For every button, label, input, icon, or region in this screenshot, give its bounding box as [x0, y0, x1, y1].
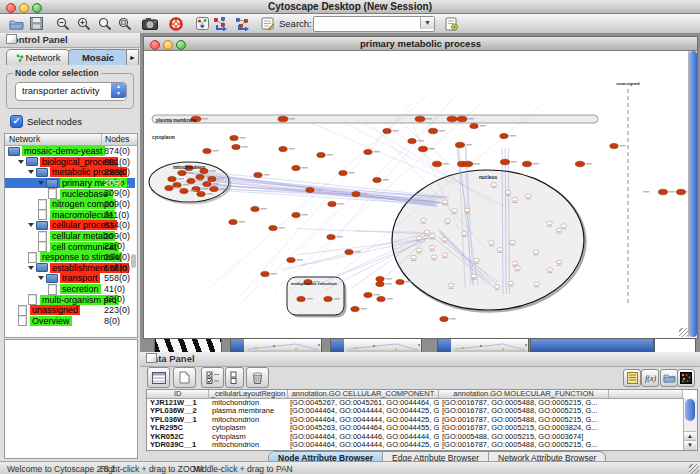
graph-node[interactable] — [522, 161, 531, 167]
help-icon[interactable] — [167, 15, 185, 32]
delete-attribute-icon[interactable] — [246, 367, 269, 388]
graph-node[interactable] — [556, 260, 562, 264]
graph-node[interactable] — [457, 116, 467, 122]
graph-node[interactable] — [448, 283, 454, 287]
graph-node[interactable] — [561, 224, 567, 228]
tree-row[interactable]: nucleobase-209(0) — [5, 188, 135, 199]
expand-arrow-icon[interactable] — [38, 276, 44, 280]
graph-node[interactable] — [512, 261, 518, 265]
tree-row[interactable]: multi-organism pro42(0) — [5, 294, 135, 305]
graph-node[interactable] — [352, 191, 360, 196]
graph-node[interactable] — [676, 189, 685, 195]
table-row[interactable]: YDR039C__1mitochondrion[GO:0044464, GO:0… — [147, 441, 683, 449]
list-icon[interactable] — [623, 369, 641, 387]
column-header[interactable] — [609, 390, 683, 398]
graph-node[interactable] — [512, 197, 518, 201]
tree-row[interactable]: transport558(0) — [5, 273, 135, 284]
graph-node[interactable] — [327, 234, 335, 239]
search-options-icon[interactable] — [443, 15, 461, 32]
graph-node[interactable] — [278, 116, 288, 122]
graph-node[interactable] — [452, 209, 458, 213]
graph-node[interactable] — [287, 257, 295, 262]
scrollbar-thumb[interactable] — [689, 51, 697, 337]
graph-node[interactable] — [430, 234, 436, 238]
graph-node[interactable] — [376, 276, 384, 281]
graph-node[interactable] — [173, 182, 181, 187]
graph-node[interactable] — [364, 292, 372, 297]
graph-node[interactable] — [376, 281, 384, 286]
open-icon[interactable] — [7, 15, 25, 32]
graph-node[interactable] — [461, 231, 467, 235]
graph-node[interactable] — [431, 255, 437, 259]
tab-overflow-arrow-icon[interactable]: ► — [126, 49, 139, 65]
graph-node[interactable] — [208, 176, 216, 181]
scroll-down-icon[interactable]: ▼ — [684, 440, 696, 450]
tree-row[interactable]: mosaic-demo-yeast874(0) — [5, 146, 135, 157]
graph-node[interactable] — [210, 186, 218, 191]
tree-row[interactable]: macromolecule311(0) — [5, 210, 135, 221]
tree-row[interactable]: Overview8(0) — [5, 316, 135, 327]
tree-row[interactable]: nitrogen compo209(0) — [5, 199, 135, 210]
search-field[interactable] — [316, 17, 420, 31]
graph-node[interactable] — [418, 146, 427, 152]
graph-node[interactable] — [428, 128, 437, 134]
graph-node[interactable] — [440, 316, 448, 321]
expand-arrow-icon[interactable] — [18, 160, 24, 164]
tree-row[interactable]: response to stimulu264(0) — [5, 252, 135, 263]
graph-node[interactable] — [411, 255, 417, 259]
graph-node[interactable] — [396, 279, 404, 284]
graph-node[interactable] — [494, 285, 500, 289]
table-row[interactable]: YPL036W__1mitochondrion[GO:0044464, GO:0… — [147, 416, 683, 424]
frame-resize-grip[interactable] — [679, 328, 688, 337]
graph-node[interactable] — [383, 128, 391, 133]
expand-arrow-icon[interactable] — [28, 170, 34, 174]
graph-node[interactable] — [178, 170, 186, 175]
layout-icon[interactable] — [212, 15, 230, 32]
select-nodes-checkbox[interactable]: ✓ — [10, 115, 23, 128]
graph-node[interactable] — [474, 258, 480, 262]
graph-node[interactable] — [317, 152, 325, 157]
search-input[interactable]: ▼ — [313, 16, 435, 32]
float-panel-icon[interactable] — [146, 353, 157, 363]
graph-node[interactable] — [230, 135, 238, 140]
graph-node[interactable] — [168, 176, 176, 181]
graph-node[interactable] — [508, 281, 514, 285]
float-panel-icon[interactable] — [6, 34, 17, 44]
graph-node[interactable] — [455, 142, 464, 148]
graph-node[interactable] — [180, 188, 188, 193]
tab-mosaic[interactable]: Mosaic — [68, 49, 128, 65]
graph-node[interactable] — [442, 253, 448, 257]
zoom-selected-icon[interactable] — [96, 15, 114, 32]
vizmapper-icon[interactable] — [193, 15, 211, 32]
graph-node[interactable] — [203, 181, 211, 186]
graph-node[interactable] — [442, 237, 448, 241]
background-window[interactable] — [530, 338, 654, 352]
graph-node[interactable] — [464, 208, 470, 212]
graph-node[interactable] — [429, 246, 435, 250]
tree-row[interactable]: establishment of lo558(0) — [5, 263, 135, 274]
expand-arrow-icon[interactable] — [28, 266, 34, 270]
graph-node[interactable] — [509, 240, 515, 244]
graph-node[interactable] — [292, 212, 300, 217]
tree-row[interactable]: cellular process614(0) — [5, 220, 135, 231]
tree-row[interactable]: secretion41(0) — [5, 284, 135, 295]
graph-node[interactable] — [470, 123, 478, 128]
graph-node[interactable] — [491, 183, 497, 187]
graph-node[interactable] — [415, 116, 425, 122]
tab-network[interactable]: Network — [6, 49, 70, 65]
graph-node[interactable] — [165, 185, 173, 190]
graph-node[interactable] — [254, 172, 262, 177]
network-canvas[interactable]: plasma membranecytoplasmmitochondrionnuc… — [144, 51, 688, 337]
unselect-attributes-icon[interactable] — [225, 367, 244, 388]
graph-node[interactable] — [463, 161, 472, 167]
graph-node[interactable] — [261, 271, 269, 276]
graph-node[interactable] — [421, 218, 427, 222]
graph-node[interactable] — [269, 225, 277, 230]
background-window[interactable] — [154, 338, 222, 352]
graph-node[interactable] — [196, 174, 204, 179]
graph-node[interactable] — [525, 194, 531, 198]
graph-node[interactable] — [297, 296, 305, 301]
layout-alt-icon[interactable] — [234, 15, 252, 32]
background-window[interactable] — [654, 338, 696, 352]
graph-node[interactable] — [324, 296, 332, 301]
